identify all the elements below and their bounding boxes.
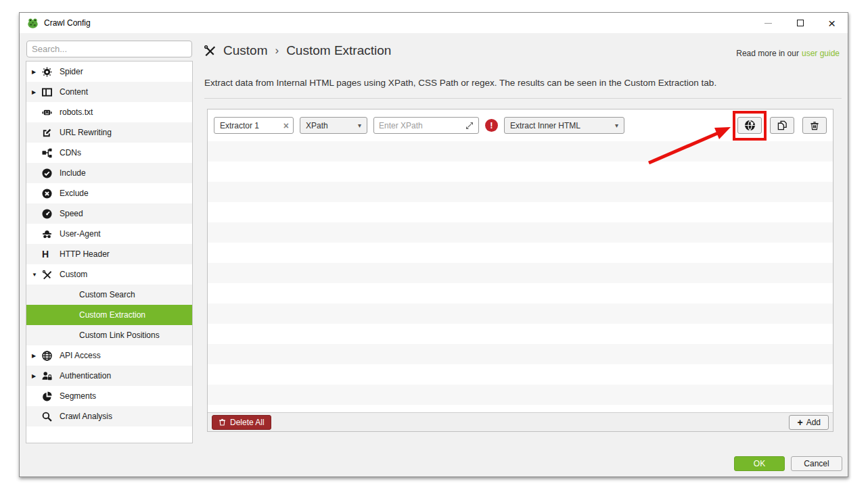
sidebar-item-spider[interactable]: ▶ Spider — [26, 62, 192, 82]
empty-extractor-rows — [208, 141, 833, 412]
app-frog-icon — [27, 18, 39, 29]
edit-pencil-icon — [42, 128, 60, 138]
sidebar-item-label: Segments — [60, 391, 96, 401]
sidebar-item-label: Crawl Analysis — [60, 412, 112, 421]
sidebar-item-user-agent[interactable]: User-Agent — [26, 224, 192, 244]
sidebar-item-label: Include — [60, 168, 86, 178]
clear-icon[interactable]: × — [283, 121, 289, 130]
sidebar-item-label: Authentication — [60, 371, 111, 381]
sidebar-item-label: Spider — [60, 67, 83, 76]
columns-icon — [42, 87, 60, 97]
sidebar-item-http-header[interactable]: H HTTP Header — [26, 244, 192, 264]
chevron-down-icon: ▾ — [358, 122, 361, 129]
extractor-type-value: XPath — [306, 121, 328, 130]
page-title: Custom Extraction — [286, 43, 391, 58]
trash-icon — [219, 418, 226, 426]
sidebar-item-label: CDNs — [60, 148, 81, 157]
tools-icon — [204, 45, 216, 57]
cancel-button[interactable]: Cancel — [791, 456, 842, 471]
sidebar-item-include[interactable]: Include — [26, 163, 192, 183]
xpath-placeholder: Enter XPath — [379, 121, 423, 130]
sidebar-item-label: Custom Link Positions — [79, 330, 160, 340]
extractor-type-select[interactable]: XPath ▾ — [300, 117, 367, 134]
config-section-tree: ▶ Spider ▶ Content robots.txt URL Rewrit… — [26, 61, 193, 443]
window-title: Crawl Config — [44, 18, 91, 28]
row-action-buttons — [737, 117, 827, 134]
page-description: Extract data from Internal HTML pages us… — [204, 78, 716, 88]
pie-chart-icon — [42, 391, 60, 401]
x-circle-icon — [42, 189, 60, 199]
extractors-panel: × XPath ▾ Enter XPath ! Extract Inner HT… — [207, 109, 833, 432]
breadcrumb-parent[interactable]: Custom — [223, 43, 267, 58]
trash-icon — [810, 121, 819, 130]
sidebar-item-custom-extraction[interactable]: Custom Extraction — [26, 305, 192, 325]
speedometer-icon — [42, 209, 60, 219]
delete-all-button[interactable]: Delete All — [212, 415, 271, 430]
sidebar-item-label: Content — [60, 87, 88, 97]
extractor-name-input[interactable] — [216, 121, 274, 130]
sidebar-item-api-access[interactable]: ▶ API Access — [26, 345, 192, 366]
user-lock-icon — [42, 371, 60, 381]
magnifier-icon — [42, 412, 60, 422]
sidebar-item-crawl-analysis[interactable]: Crawl Analysis — [26, 406, 192, 426]
sidebar-item-content[interactable]: ▶ Content — [26, 82, 192, 102]
sidebar-item-robots-txt[interactable]: robots.txt — [26, 102, 192, 122]
collapse-arrow-icon[interactable]: ▼ — [32, 272, 42, 278]
expand-arrow-icon[interactable]: ▶ — [32, 353, 42, 359]
duplicate-extractor-button[interactable] — [770, 117, 794, 134]
test-in-browser-button[interactable] — [737, 117, 762, 134]
search-input[interactable] — [26, 41, 192, 57]
panel-footer: Delete All + Add — [208, 412, 833, 431]
sidebar-item-label: robots.txt — [60, 107, 93, 117]
globe-icon — [42, 351, 60, 361]
sidebar-item-segments[interactable]: Segments — [26, 386, 192, 406]
delete-extractor-button[interactable] — [802, 117, 827, 134]
sidebar-item-label: API Access — [60, 351, 101, 360]
sidebar-item-label: Speed — [60, 209, 83, 218]
header-divider — [204, 98, 842, 99]
network-nodes-icon — [42, 148, 60, 158]
incognito-icon — [42, 229, 60, 239]
extractor-name-field: × — [214, 117, 294, 134]
expand-editor-icon[interactable] — [465, 122, 474, 130]
extractor-output-select[interactable]: Extract Inner HTML ▾ — [504, 117, 624, 134]
expand-arrow-icon[interactable]: ▶ — [32, 69, 42, 75]
xpath-input-field[interactable]: Enter XPath — [373, 117, 479, 134]
sidebar-item-cdns[interactable]: CDNs — [26, 143, 192, 163]
sidebar-item-label: Custom Extraction — [79, 310, 145, 320]
sidebar-item-label: Custom — [60, 270, 87, 279]
sidebar-item-custom[interactable]: ▼ Custom — [26, 264, 192, 285]
sidebar-item-exclude[interactable]: Exclude — [26, 183, 192, 203]
ok-button[interactable]: OK — [734, 456, 785, 471]
breadcrumb: Custom › Custom Extraction — [204, 43, 391, 58]
minimize-button[interactable] — [752, 13, 784, 33]
expand-arrow-icon[interactable]: ▶ — [32, 89, 42, 95]
crawl-config-dialog: Crawl Config × ▶ Spider ▶ Content robots… — [19, 12, 848, 477]
user-guide-link[interactable]: user guide — [802, 49, 840, 58]
maximize-button[interactable] — [784, 13, 816, 33]
error-icon: ! — [485, 119, 498, 132]
add-extractor-button[interactable]: + Add — [789, 415, 829, 430]
robot-icon — [42, 107, 60, 118]
gear-icon — [42, 67, 60, 77]
sidebar-item-label: Custom Search — [79, 290, 135, 299]
plus-icon: + — [797, 418, 802, 427]
window-controls: × — [752, 13, 848, 33]
close-button[interactable]: × — [816, 13, 848, 33]
sidebar-item-label: HTTP Header — [60, 249, 110, 259]
close-icon: × — [828, 17, 836, 30]
sidebar-item-label: User-Agent — [60, 229, 101, 239]
sidebar-item-url-rewriting[interactable]: URL Rewriting — [26, 122, 192, 143]
maximize-icon — [797, 20, 804, 26]
sidebar-item-custom-search[interactable]: Custom Search — [26, 285, 192, 305]
tools-icon — [42, 270, 60, 280]
sidebar-item-custom-link-positions[interactable]: Custom Link Positions — [26, 325, 192, 345]
sidebar-item-authentication[interactable]: ▶ Authentication — [26, 366, 192, 386]
sidebar-item-speed[interactable]: Speed — [26, 203, 192, 224]
letter-h-icon: H — [42, 249, 60, 260]
expand-arrow-icon[interactable]: ▶ — [32, 373, 42, 379]
sidebar-item-label: Exclude — [60, 189, 89, 198]
breadcrumb-separator: › — [275, 44, 279, 57]
globe-icon — [744, 120, 756, 131]
extractor-output-value: Extract Inner HTML — [510, 121, 580, 130]
